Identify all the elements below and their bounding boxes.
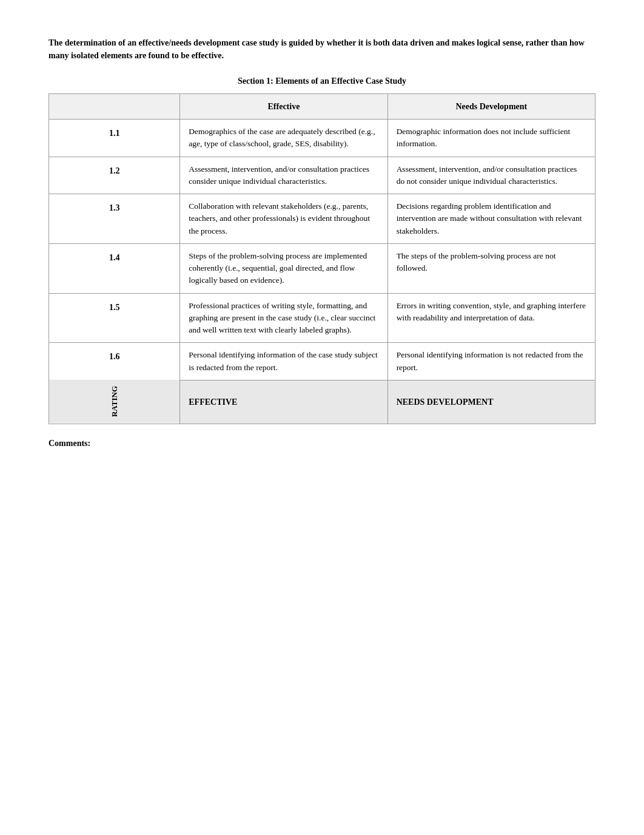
col-header-num <box>49 94 180 120</box>
col-header-needs: Needs Development <box>387 94 595 120</box>
row-id: 1.4 <box>49 243 180 293</box>
row-id: 1.6 <box>49 343 180 380</box>
rating-effective: EFFECTIVE <box>180 380 387 424</box>
rating-row: RATINGEFFECTIVENEEDS DEVELOPMENT <box>49 380 595 424</box>
intro-text: The determination of an effective/needs … <box>49 36 595 62</box>
needs-cell: Assessment, intervention, and/or consult… <box>387 157 595 194</box>
table-row: 1.6Personal identifying information of t… <box>49 343 595 380</box>
rubric-table: Effective Needs Development 1.1Demograph… <box>49 93 595 424</box>
effective-cell: Steps of the problem-solving process are… <box>180 243 387 293</box>
effective-cell: Demographics of the case are adequately … <box>180 120 387 157</box>
row-id: 1.3 <box>49 194 180 244</box>
needs-cell: The steps of the problem-solving process… <box>387 243 595 293</box>
effective-cell: Professional practices of writing style,… <box>180 293 387 343</box>
effective-cell: Collaboration with relevant stakeholders… <box>180 194 387 244</box>
effective-cell: Personal identifying information of the … <box>180 343 387 380</box>
row-id: 1.2 <box>49 157 180 194</box>
table-row: 1.4Steps of the problem-solving process … <box>49 243 595 293</box>
needs-cell: Demographic information does not include… <box>387 120 595 157</box>
needs-cell: Personal identifying information is not … <box>387 343 595 380</box>
table-row: 1.3Collaboration with relevant stakehold… <box>49 194 595 244</box>
table-row: 1.5Professional practices of writing sty… <box>49 293 595 343</box>
rating-needs: NEEDS DEVELOPMENT <box>387 380 595 424</box>
section-title: Section 1: Elements of an Effective Case… <box>49 76 595 86</box>
table-row: 1.2Assessment, intervention, and/or cons… <box>49 157 595 194</box>
col-header-effective: Effective <box>180 94 387 120</box>
table-row: 1.1Demographics of the case are adequate… <box>49 120 595 157</box>
effective-cell: Assessment, intervention, and/or consult… <box>180 157 387 194</box>
rating-label: RATING <box>49 380 180 424</box>
row-id: 1.1 <box>49 120 180 157</box>
needs-cell: Errors in writing convention, style, and… <box>387 293 595 343</box>
row-id: 1.5 <box>49 293 180 343</box>
needs-cell: Decisions regarding problem identificati… <box>387 194 595 244</box>
comments-label: Comments: <box>49 439 595 448</box>
